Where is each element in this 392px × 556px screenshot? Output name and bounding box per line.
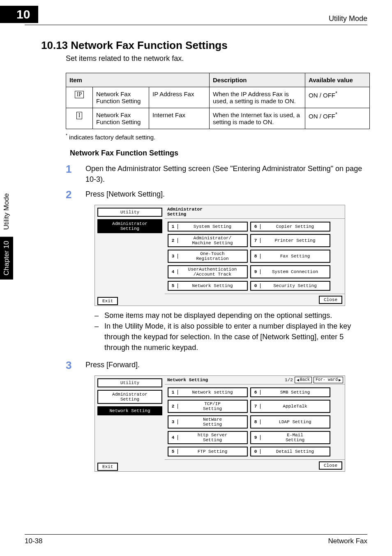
step-2: 2 Press [Network Setting]. bbox=[66, 189, 367, 201]
settings-table: Item Description Available value IPNetwo… bbox=[66, 73, 370, 129]
item-icon: IP bbox=[75, 91, 84, 98]
item-sub: Internet Fax bbox=[149, 108, 210, 129]
step-1: 1 Open the Administrator Setting screen … bbox=[66, 163, 367, 185]
panel-menu-button[interactable]: 7Printer Setting bbox=[250, 234, 330, 247]
panel-tab[interactable]: Administrator Setting bbox=[97, 390, 162, 404]
back-button[interactable]: ◀Back bbox=[295, 377, 312, 383]
panel-tab[interactable]: Utility bbox=[97, 208, 162, 217]
panel-menu-button[interactable]: 4http Server Setting bbox=[168, 431, 248, 444]
header-section: Utility Mode bbox=[329, 14, 367, 23]
footnote-text: indicates factory default setting. bbox=[67, 134, 155, 141]
panel-menu-button[interactable]: 2Administrator/ Machine Setting bbox=[168, 234, 248, 247]
step-text: Press [Forward]. bbox=[85, 359, 140, 371]
item-value: ON / OFF* bbox=[305, 87, 370, 108]
panel-menu-button[interactable]: 1Network setting bbox=[168, 387, 248, 397]
chapter-number-badge: 10 bbox=[0, 6, 38, 23]
panel-menu-button[interactable]: 5FTP Setting bbox=[168, 447, 248, 456]
notes: –Some items may not be displayed dependi… bbox=[95, 310, 367, 353]
item-desc: When the Internet fax is used, a setting… bbox=[210, 108, 305, 129]
item-sub: IP Address Fax bbox=[149, 87, 210, 108]
panel-pager: 1/2 ◀Back For- ward▶ bbox=[283, 376, 345, 384]
panel-menu-button[interactable]: 5Network Setting bbox=[168, 281, 248, 291]
section-title: 10.13 Network Fax Function Settings bbox=[41, 39, 367, 52]
page-indicator: 1/2 bbox=[285, 378, 293, 382]
forward-button[interactable]: For- ward▶ bbox=[314, 377, 343, 383]
item-name: Network Fax Function Setting bbox=[93, 108, 149, 129]
panel-menu-button[interactable]: 0Security Setting bbox=[250, 281, 330, 291]
panel-menu-button[interactable]: 3NetWare Setting bbox=[168, 415, 248, 429]
close-button[interactable]: Close bbox=[319, 461, 342, 470]
th-available: Available value bbox=[305, 73, 370, 87]
item-icon: I bbox=[76, 112, 83, 119]
screen-network-setting: UtilityAdministrator SettingNetwork Sett… bbox=[95, 375, 345, 472]
side-section: Utility Mode bbox=[0, 189, 13, 234]
table-row: INetwork Fax Function SettingInternet Fa… bbox=[66, 108, 370, 129]
th-item: Item bbox=[66, 73, 210, 87]
item-name: Network Fax Function Setting bbox=[93, 87, 149, 108]
item-desc: When the IP Address Fax is used, a setti… bbox=[210, 87, 305, 108]
side-chapter: Chapter 10 bbox=[0, 237, 13, 280]
procedure-heading: Network Fax Function Settings bbox=[70, 149, 367, 158]
panel-menu-button[interactable]: 8Fax Setting bbox=[250, 250, 330, 263]
step-number: 3 bbox=[66, 359, 85, 371]
step-text: Press [Network Setting]. bbox=[85, 189, 165, 201]
step-3: 3 Press [Forward]. bbox=[66, 359, 367, 371]
panel-title: Administrator Setting bbox=[165, 205, 345, 219]
panel-menu-button[interactable]: 9System Connection bbox=[250, 265, 330, 278]
panel-tab[interactable]: Utility bbox=[97, 378, 162, 387]
note-text: In the Utility Mode, it is also possible… bbox=[104, 321, 367, 353]
note-text: Some items may not be displayed dependin… bbox=[104, 310, 332, 321]
step-number: 2 bbox=[66, 189, 85, 201]
panel-menu-button[interactable]: 6SMB Setting bbox=[250, 387, 330, 397]
close-button[interactable]: Close bbox=[319, 296, 342, 304]
arrow-right-icon: ▶ bbox=[339, 378, 341, 382]
panel-menu-button[interactable]: 1System Setting bbox=[168, 222, 248, 232]
exit-button[interactable]: Exit bbox=[97, 297, 118, 305]
footnote: * indicates factory default setting. bbox=[66, 133, 367, 141]
panel-tab[interactable]: Administrator Setting bbox=[97, 219, 162, 233]
table-row: IPNetwork Fax Function SettingIP Address… bbox=[66, 87, 370, 108]
panel-menu-button[interactable]: 4UserAuthentication /Account Track bbox=[168, 265, 248, 278]
panel-menu-button[interactable]: 8LDAP Setting bbox=[250, 415, 330, 429]
side-tab: Chapter 10 Utility Mode bbox=[0, 189, 13, 280]
item-value: ON / OFF* bbox=[305, 108, 370, 129]
screen-admin-setting: UtilityAdministrator Setting Exit Admini… bbox=[95, 205, 345, 306]
panel-menu-button[interactable]: 6Copier Setting bbox=[250, 222, 330, 232]
step-text: Open the Administrator Setting screen (S… bbox=[85, 163, 367, 185]
section-intro: Set items related to the network fax. bbox=[66, 54, 367, 63]
panel-title: Network Setting bbox=[165, 376, 210, 384]
th-desc: Description bbox=[210, 73, 305, 87]
step-number: 1 bbox=[66, 163, 85, 185]
panel-tab[interactable]: Network Setting bbox=[97, 406, 162, 415]
footer-section: Network Fax bbox=[328, 537, 367, 545]
panel-menu-button[interactable]: 9E-Mail Setting bbox=[250, 431, 330, 444]
exit-button[interactable]: Exit bbox=[97, 463, 118, 471]
panel-menu-button[interactable]: 0Detail Setting bbox=[250, 447, 330, 456]
arrow-left-icon: ◀ bbox=[297, 378, 299, 382]
panel-menu-button[interactable]: 3One-Touch Registration bbox=[168, 250, 248, 263]
page-number: 10-38 bbox=[25, 537, 42, 545]
panel-menu-button[interactable]: 2TCP/IP Setting bbox=[168, 400, 248, 413]
panel-menu-button[interactable]: 7AppleTalk bbox=[250, 400, 330, 413]
